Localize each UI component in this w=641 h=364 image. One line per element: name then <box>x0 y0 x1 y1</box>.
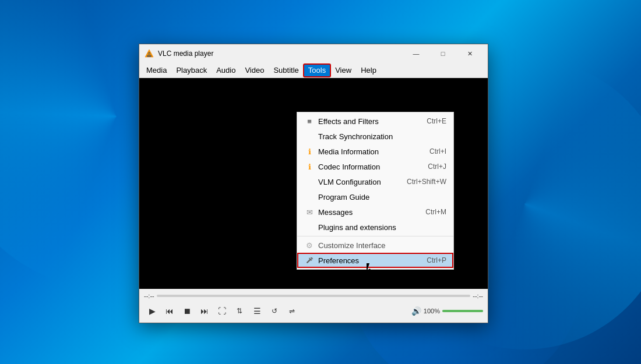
svg-rect-1 <box>147 55 152 57</box>
volume-icon: 🔊 <box>411 306 421 316</box>
menu-item-vlm[interactable]: VLM Configuration Ctrl+Shift+W <box>297 174 453 189</box>
volume-label: 100% <box>424 308 440 314</box>
menu-item-track-sync[interactable]: Track Synchronization <box>297 129 453 144</box>
video-area: ≡ Effects and Filters Ctrl+E Track Synch… <box>139 78 488 289</box>
menu-help[interactable]: Help <box>356 64 381 77</box>
seek-track[interactable] <box>157 295 471 297</box>
vlm-icon <box>304 176 315 187</box>
plugins-label: Plugins and extensions <box>318 223 442 232</box>
buttons-row: ▶ ⏮ ⏹ ⏭ ⛶ ⇅ ☰ ↺ ⇌ 🔊 100% <box>144 303 483 319</box>
menu-item-media-info[interactable]: ℹ Media Information Ctrl+I <box>297 144 453 159</box>
seek-time-start: --:-- <box>144 292 154 299</box>
effects-icon: ≡ <box>304 116 315 126</box>
close-button[interactable]: ✕ <box>456 44 483 63</box>
track-sync-icon <box>304 131 315 142</box>
wrench-svg <box>305 256 314 264</box>
menu-item-plugins[interactable]: Plugins and extensions <box>297 220 453 235</box>
menu-item-codec-info[interactable]: ℹ Codec Information Ctrl+J <box>297 159 453 174</box>
svg-rect-3 <box>149 52 150 54</box>
plugins-icon <box>304 222 315 232</box>
media-info-shortcut: Ctrl+I <box>429 147 446 156</box>
menu-playback[interactable]: Playback <box>171 64 212 77</box>
next-button[interactable]: ⏭ <box>196 303 213 319</box>
menu-video[interactable]: Video <box>240 64 269 77</box>
vlm-shortcut: Ctrl+Shift+W <box>407 178 446 186</box>
effects-label: Effects and Filters <box>318 117 422 126</box>
tools-dropdown-menu: ≡ Effects and Filters Ctrl+E Track Synch… <box>297 112 454 270</box>
play-button[interactable]: ▶ <box>144 303 160 319</box>
preferences-shortcut: Ctrl+P <box>427 256 446 264</box>
playlist-button[interactable]: ☰ <box>249 303 265 319</box>
fullscreen-button[interactable]: ⛶ <box>214 303 230 319</box>
volume-fill <box>442 310 483 312</box>
preferences-label: Preferences <box>318 256 422 265</box>
volume-section: 🔊 100% <box>411 306 483 316</box>
media-info-icon: ℹ <box>304 146 315 157</box>
customize-label: Customize Interface <box>318 241 442 250</box>
menu-item-program-guide[interactable]: Program Guide <box>297 189 453 204</box>
customize-icon: ⚙ <box>304 240 315 250</box>
maximize-button[interactable]: □ <box>429 44 456 63</box>
svg-rect-2 <box>148 54 151 55</box>
program-guide-label: Program Guide <box>318 193 442 202</box>
menu-item-preferences[interactable]: Preferences Ctrl+P <box>297 253 453 268</box>
menu-separator <box>297 236 453 236</box>
title-bar: VLC media player — □ ✕ <box>139 44 488 63</box>
track-sync-label: Track Synchronization <box>318 132 442 141</box>
menu-item-effects[interactable]: ≡ Effects and Filters Ctrl+E <box>297 114 453 129</box>
random-button[interactable]: ⇌ <box>284 303 300 319</box>
seek-bar-row: --:-- --:-- <box>144 290 483 302</box>
effects-shortcut: Ctrl+E <box>427 117 446 125</box>
codec-info-icon: ℹ <box>304 161 315 172</box>
vlc-window: VLC media player — □ ✕ Media Playback Au… <box>139 44 488 323</box>
controls-bar: --:-- --:-- ▶ ⏮ ⏹ ⏭ ⛶ ⇅ ☰ ↺ ⇌ 🔊 100% <box>139 289 488 323</box>
vlm-label: VLM Configuration <box>318 178 402 186</box>
menu-audio[interactable]: Audio <box>212 64 240 77</box>
prev-button[interactable]: ⏮ <box>161 303 178 319</box>
messages-icon: ✉ <box>304 207 315 217</box>
menu-media[interactable]: Media <box>142 64 171 77</box>
menu-view[interactable]: View <box>330 64 356 77</box>
loop-button[interactable]: ↺ <box>266 303 283 319</box>
menu-item-customize[interactable]: ⚙ Customize Interface <box>297 238 453 253</box>
codec-info-shortcut: Ctrl+J <box>428 162 446 171</box>
extended-button[interactable]: ⇅ <box>231 303 248 319</box>
program-guide-icon <box>304 192 315 202</box>
preferences-icon <box>304 255 315 266</box>
menu-subtitle[interactable]: Subtitle <box>269 64 303 77</box>
menu-tools[interactable]: Tools <box>304 64 330 77</box>
seek-time-end: --:-- <box>473 292 483 299</box>
window-controls: — □ ✕ <box>403 44 483 63</box>
vlc-logo-icon <box>144 48 154 59</box>
messages-shortcut: Ctrl+M <box>425 208 446 216</box>
volume-slider[interactable] <box>442 310 483 312</box>
media-info-label: Media Information <box>318 147 425 156</box>
window-title: VLC media player <box>158 50 403 58</box>
menu-item-messages[interactable]: ✉ Messages Ctrl+M <box>297 204 453 220</box>
codec-info-label: Codec Information <box>318 162 423 171</box>
menu-bar: Media Playback Audio Video Subtitle Tool… <box>139 63 488 78</box>
stop-button[interactable]: ⏹ <box>179 303 195 319</box>
minimize-button[interactable]: — <box>403 44 429 63</box>
messages-label: Messages <box>318 208 421 217</box>
